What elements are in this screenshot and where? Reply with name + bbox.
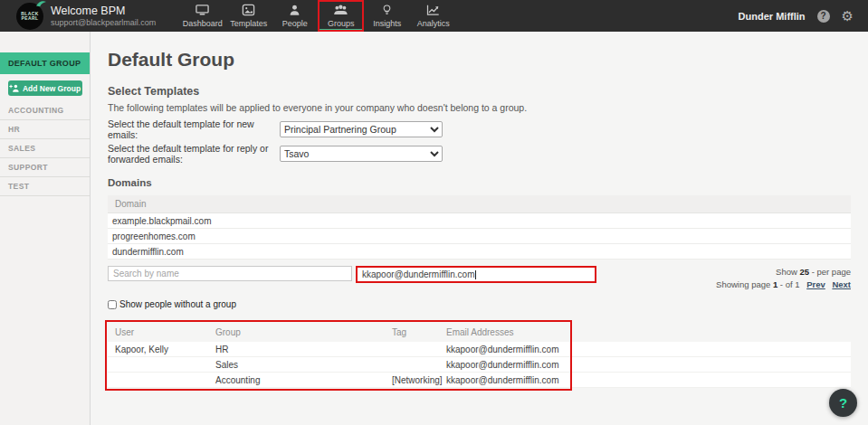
domain-column-header: Domain: [108, 195, 851, 213]
sidebar-item-default-group[interactable]: DEFAULT GROUP: [0, 52, 90, 74]
gear-icon[interactable]: ⚙: [842, 10, 854, 23]
main-nav: Dashboard Templates People Groups: [179, 0, 456, 32]
nav-label: Dashboard: [183, 19, 223, 28]
cell-email: kkapoor@dundermifflin.com: [446, 360, 851, 370]
select-templates-description: The following templates will be applied …: [108, 102, 851, 113]
cell-email: kkapoor@dundermifflin.com: [446, 345, 851, 354]
domain-row: example.blackpmail.com: [108, 213, 851, 229]
cell-email: kkapoor@dundermifflin.com: [446, 375, 851, 385]
groups-sidebar: DEFAULT GROUP Add New Group ACCOUNTING H…: [0, 32, 91, 425]
cell-group: Accounting: [215, 375, 392, 385]
people-controls-row: kkapoor@dundermifflin.com Show 25 - per …: [108, 266, 851, 291]
sidebar-item-accounting[interactable]: ACCOUNTING: [0, 101, 90, 120]
people-table: User Group Tag Email Addresses Kapoor, K…: [108, 322, 851, 388]
next-page-link[interactable]: Next: [832, 279, 851, 289]
search-by-name-input[interactable]: [108, 266, 352, 281]
monitor-icon: [196, 4, 209, 16]
domain-row: progreenhomes.com: [108, 229, 851, 244]
reply-emails-template-select[interactable]: Tsavo: [280, 146, 443, 162]
show-without-group-checkbox[interactable]: [108, 300, 117, 309]
show-without-group-label: Show people without a group: [119, 299, 236, 309]
cell-user: Kapoor, Kelly: [108, 345, 215, 354]
reply-template-row: Select the default template for reply or…: [108, 146, 851, 162]
top-navigation-bar: BLACK PEARL Welcome BPM support@blackpea…: [0, 0, 868, 32]
nav-item-dashboard[interactable]: Dashboard: [179, 0, 225, 32]
logo-swoosh-icon: [35, 0, 47, 7]
nav-item-insights[interactable]: Insights: [364, 0, 410, 32]
blackpearl-logo[interactable]: BLACK PEARL: [16, 3, 43, 30]
col-header-group: Group: [215, 327, 392, 337]
add-new-group-label: Add New Group: [23, 84, 81, 93]
page-value: 1: [773, 279, 777, 289]
table-row[interactable]: Kapoor, Kelly HR kkapoor@dundermifflin.c…: [108, 342, 851, 357]
cell-tag: [Networking]: [392, 375, 446, 385]
nav-item-groups[interactable]: Groups: [318, 0, 364, 32]
per-page-row: Show 25 - per page: [716, 266, 851, 279]
nav-label: Insights: [373, 19, 401, 28]
add-person-icon: [9, 83, 20, 93]
new-emails-template-select[interactable]: Principal Partnering Group: [280, 121, 443, 137]
col-header-tag: Tag: [392, 327, 446, 337]
per-page-suffix: - per page: [812, 267, 851, 277]
welcome-block: Welcome BPM support@blackpearlmail.com: [51, 0, 156, 32]
sidebar-item-sales[interactable]: SALES: [0, 139, 90, 158]
image-icon: [242, 4, 255, 16]
show-prefix: Show: [776, 267, 797, 277]
sidebar-item-test[interactable]: TEST: [0, 177, 90, 196]
domain-row: dundermifflin.com: [108, 244, 851, 260]
sidebar-item-hr[interactable]: HR: [0, 120, 90, 139]
table-row[interactable]: Accounting [Networking] kkapoor@dundermi…: [108, 373, 851, 388]
new-emails-template-label: Select the default template for new emai…: [108, 118, 280, 140]
cell-group: Sales: [215, 360, 392, 370]
nav-label: People: [282, 19, 308, 28]
person-icon: [288, 4, 301, 16]
people-table-header: User Group Tag Email Addresses: [108, 322, 851, 342]
nav-label: Analytics: [417, 19, 450, 28]
page-info-row: Showing page 1 - of 1 Prev Next: [716, 279, 851, 291]
nav-item-analytics[interactable]: Analytics: [410, 0, 456, 32]
welcome-name: Welcome BPM: [51, 5, 156, 17]
people-filters: kkapoor@dundermifflin.com: [108, 266, 596, 283]
lightbulb-icon: [381, 4, 393, 16]
prev-page-link[interactable]: Prev: [806, 279, 825, 289]
show-without-group-row: Show people without a group: [108, 299, 851, 309]
page-prefix: Showing page: [716, 279, 770, 289]
domains-heading: Domains: [108, 177, 851, 188]
col-header-email: Email Addresses: [446, 327, 851, 337]
nav-item-people[interactable]: People: [272, 0, 318, 32]
nav-item-templates[interactable]: Templates: [225, 0, 272, 32]
col-header-user: User: [108, 327, 215, 337]
welcome-email: support@blackpearlmail.com: [51, 18, 156, 27]
select-templates-heading: Select Templates: [108, 85, 851, 98]
default-template-row: Select the default template for new emai…: [108, 121, 851, 137]
people-group-icon: [333, 4, 348, 16]
table-row[interactable]: Sales kkapoor@dundermifflin.com: [108, 357, 851, 373]
per-page-value[interactable]: 25: [799, 267, 809, 277]
account-name: Dunder Mifflin: [739, 11, 806, 22]
help-fab-button[interactable]: ?: [829, 389, 857, 417]
chart-icon: [426, 4, 440, 16]
reply-emails-template-label: Select the default template for reply or…: [108, 143, 280, 165]
text-caret: [475, 270, 476, 279]
nav-label: Templates: [230, 19, 267, 28]
page-title: Default Group: [108, 32, 851, 71]
topbar-right: Dunder Mifflin ? ⚙: [739, 0, 868, 32]
help-icon[interactable]: ?: [817, 10, 830, 23]
email-filter-value: kkapoor@dundermifflin.com: [362, 269, 474, 279]
cell-group: HR: [215, 345, 392, 354]
sidebar-item-support[interactable]: SUPPORT: [0, 158, 90, 177]
email-filter-input[interactable]: kkapoor@dundermifflin.com: [358, 268, 595, 281]
annotation-box-email-input: kkapoor@dundermifflin.com: [356, 266, 596, 283]
pagination: Show 25 - per page Showing page 1 - of 1…: [716, 266, 851, 291]
nav-label: Groups: [328, 19, 355, 28]
add-new-group-button[interactable]: Add New Group: [8, 80, 82, 96]
logo-text-line2: PEARL: [22, 16, 39, 21]
main-content: Default Group Select Templates The follo…: [91, 32, 868, 388]
page-suffix: - of 1: [780, 279, 800, 289]
